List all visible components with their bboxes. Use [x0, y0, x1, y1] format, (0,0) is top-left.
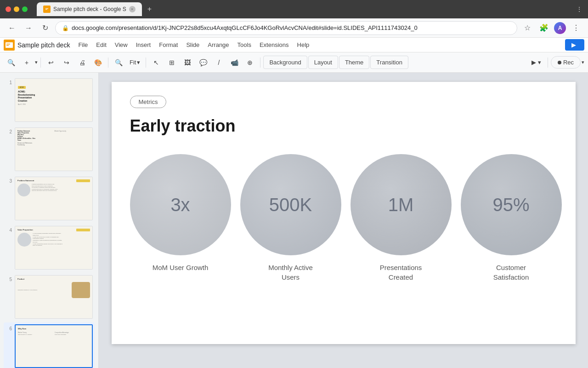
layout-button[interactable]: Layout [308, 56, 338, 69]
metric-item-3: 1M PresentationsCreated [351, 154, 452, 282]
paint-format-button[interactable]: 🎨 [90, 55, 105, 70]
lock-icon: 🔒 [62, 25, 69, 31]
thumb4-title: Value Proposition [17, 229, 33, 231]
transition-button[interactable]: Transition [370, 56, 408, 69]
image-tool[interactable]: 🖼 [180, 55, 195, 70]
rec-chevron[interactable]: ▾ [582, 59, 584, 65]
back-button[interactable]: ← [6, 22, 18, 34]
refresh-button[interactable]: ↻ [39, 22, 51, 34]
thumb3-circle [17, 184, 30, 196]
slide-num-4: 4 [6, 228, 12, 233]
print-button[interactable]: 🖨 [75, 55, 90, 70]
redo-button[interactable]: ↪ [59, 55, 74, 70]
record-button[interactable]: Rec [551, 56, 581, 69]
thumb3-badge [76, 179, 90, 182]
forward-button[interactable]: → [22, 22, 35, 34]
multiselect-tool[interactable]: ⊞ [164, 55, 179, 70]
slides-doc-title[interactable]: Sample pitch deck [17, 41, 70, 49]
address-bar-row: ← → ↻ 🔒 docs.google.com/presentation/d/1… [0, 18, 588, 38]
slide-thumb-2[interactable]: 2 Problem StatementValue PropositionWhy … [4, 126, 95, 173]
slides-app-icon [4, 40, 15, 51]
metric-circle-1: 3x [130, 154, 231, 255]
metric-value-3: 1M [388, 195, 414, 215]
thumb2-col2: Service and ReferencesFundraising [17, 142, 53, 146]
line-tool[interactable]: / [211, 55, 226, 70]
window-menu-button[interactable]: ⋮ [576, 6, 582, 13]
zoom-dropdown[interactable]: Fit ▾ [127, 57, 143, 68]
bookmark-button[interactable]: ☆ [521, 22, 534, 34]
app-container: 1 ACME ACME:RevolutionizingPresentationC… [0, 73, 588, 368]
tab-close-button[interactable]: × [129, 6, 136, 12]
background-button[interactable]: Background [263, 56, 307, 69]
thumb1-title: ACME:RevolutionizingPresentationCreation [18, 90, 90, 102]
menu-slide[interactable]: Slide [182, 40, 203, 50]
thumb1-date: April 2, 2024 [18, 104, 90, 105]
video-tool[interactable]: 📹 [227, 55, 242, 70]
extensions-button[interactable]: 🧩 [537, 22, 550, 34]
metric-value-2: 500K [269, 195, 312, 215]
thumb5-img [72, 282, 90, 298]
zoom-out-button[interactable]: 🔍 [111, 55, 126, 70]
new-tab-button[interactable]: + [144, 5, 155, 13]
menu-format[interactable]: Format [155, 40, 181, 50]
active-tab[interactable]: Sample pitch deck - Google S × [37, 2, 142, 16]
separator-2 [108, 58, 108, 68]
slide-thumb-5[interactable]: 5 Product Application example in ACME in… [4, 273, 95, 321]
undo-button[interactable]: ↩ [44, 55, 58, 70]
insert-button[interactable]: + [19, 55, 34, 70]
thumb6-market: Market Timing [18, 332, 53, 334]
slide-panel: 1 ACME ACME:RevolutionizingPresentationC… [0, 73, 99, 368]
menu-view[interactable]: View [111, 40, 131, 50]
slide-canvas[interactable]: Metrics Early traction 3x MoM User Growt… [112, 82, 576, 344]
menu-extensions[interactable]: Extensions [256, 40, 293, 50]
thumb6-comp-text: First mover advantage [55, 334, 90, 335]
slide-thumb-4[interactable]: 4 Value Proposition • ACME simplifies pr… [4, 224, 95, 271]
menu-help[interactable]: Help [294, 40, 313, 50]
thumb4-text: • ACME simplifies presentation creation … [33, 233, 90, 247]
theme-button[interactable]: Theme [339, 56, 369, 69]
menu-tools[interactable]: Tools [234, 40, 255, 50]
metric-value-1: 3x [170, 195, 190, 215]
slide-thumb-6[interactable]: 6 Why Now Market Timing Rapid growth in … [4, 322, 95, 368]
profile-avatar[interactable]: A [554, 22, 566, 34]
slide-preview-1: ACME ACME:RevolutionizingPresentationCre… [15, 78, 93, 122]
layout-label: Layout [314, 59, 332, 66]
play-icon: ▶ [531, 59, 536, 66]
minimize-window-button[interactable] [14, 6, 19, 12]
url-bar[interactable]: 🔒 docs.google.com/presentation/d/1Kj-JNC… [55, 21, 517, 35]
play-chevron: ▾ [538, 59, 541, 66]
present-button[interactable]: ▶ [565, 39, 584, 51]
menu-arrange[interactable]: Arrange [204, 40, 232, 50]
present-icon: ▶ [571, 41, 576, 48]
slide-preview-5: Product Application example in ACME inte… [15, 275, 93, 319]
metric-circle-3: 1M [351, 154, 452, 255]
svg-rect-1 [45, 8, 48, 9]
metric-circle-2: 500K [240, 154, 341, 255]
select-tool[interactable]: ↖ [149, 55, 164, 70]
slide-thumb-3[interactable]: 3 Problem Statement Creating presentatio… [4, 175, 95, 222]
metric-label-1: MoM User Growth [153, 263, 209, 272]
slide-num-6: 6 [6, 326, 12, 331]
insert-dropdown[interactable]: ▾ [35, 59, 38, 65]
metric-item-4: 95% CustomerSatisfaction [461, 154, 562, 282]
metric-value-4: 95% [492, 195, 529, 215]
menu-insert[interactable]: Insert [132, 40, 155, 50]
separator-5 [548, 58, 548, 68]
addon-tool[interactable]: ⊕ [243, 55, 257, 70]
browser-menu-button[interactable]: ⋮ [570, 22, 582, 34]
maximize-window-button[interactable] [22, 6, 28, 12]
slide-num-2: 2 [6, 129, 12, 134]
metric-label-4: CustomerSatisfaction [493, 263, 529, 282]
slides-menu-bar: Sample pitch deck File Edit View Insert … [0, 38, 588, 52]
window-controls: ⋮ [576, 6, 582, 13]
shape-tool[interactable]: 💬 [196, 55, 210, 70]
search-button[interactable]: 🔍 [4, 55, 18, 70]
menu-file[interactable]: File [74, 40, 91, 50]
close-window-button[interactable] [6, 6, 11, 12]
slide-thumb-1[interactable]: 1 ACME ACME:RevolutionizingPresentationC… [4, 76, 95, 124]
thumb5-text: Application example in ACME interface [17, 289, 70, 291]
svg-rect-6 [6, 45, 9, 46]
menu-edit[interactable]: Edit [92, 40, 110, 50]
background-label: Background [269, 59, 301, 66]
present-dropdown-button[interactable]: ▶▾ [528, 57, 545, 68]
